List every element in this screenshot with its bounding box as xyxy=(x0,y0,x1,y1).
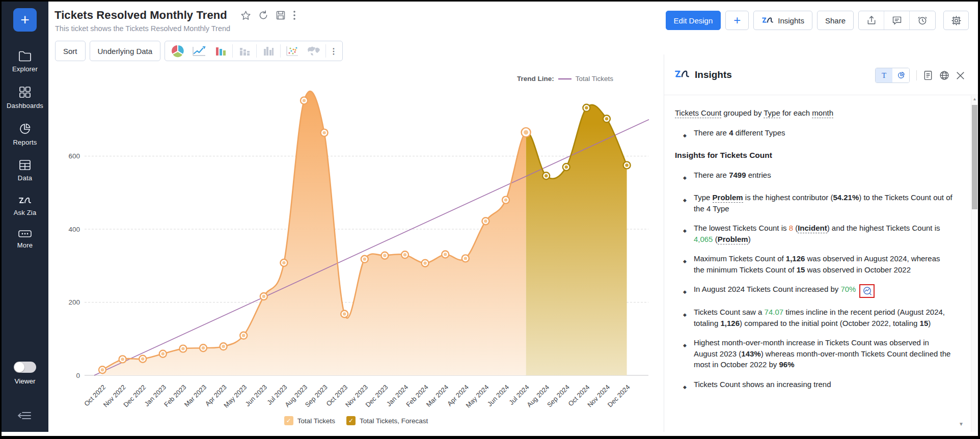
svg-text:Jun 2024: Jun 2024 xyxy=(486,383,510,408)
insight-item-bullet: ◆Tickets Count shows an increasing trend xyxy=(675,379,952,393)
underlying-data-button[interactable]: Underlying Data xyxy=(90,41,161,61)
insight-text: There are 7499 entries xyxy=(694,170,952,184)
sort-button[interactable]: Sort xyxy=(55,41,86,61)
sidebar-item-label: Explorer xyxy=(12,65,38,73)
insights-panel-title: Insights xyxy=(695,69,732,80)
chart-area: Trend Line: Total Tickets 0200400600Oct … xyxy=(48,67,664,432)
svg-text:200: 200 xyxy=(68,298,80,306)
sidebar-item-dashboards[interactable]: Dashboards xyxy=(2,86,48,109)
scroll-down-arrow-icon[interactable]: ▼ xyxy=(959,421,964,427)
collapse-sidebar-button[interactable] xyxy=(2,410,48,421)
insight-item-bullet: ◆Maximum Tickets Count of 1,126 was obse… xyxy=(675,253,952,275)
insight-item-bullet: ◆There are 4 different Types xyxy=(675,127,952,142)
insight-item-bullet: ◆Highest month-over-month increase in Ti… xyxy=(675,337,952,370)
sidebar-item-label: Reports xyxy=(13,139,37,146)
viewer-label: Viewer xyxy=(14,377,35,385)
export-icon[interactable] xyxy=(859,11,884,30)
page-title: Tickets Resolved Monthly Trend xyxy=(55,9,227,22)
sidebar-item-more[interactable]: More xyxy=(2,230,48,249)
sidebar-item-label: Ask Zia xyxy=(14,209,37,216)
kebab-menu-icon[interactable] xyxy=(293,10,296,20)
zia-icon xyxy=(18,195,32,205)
chart-view-tab[interactable] xyxy=(892,68,909,83)
insight-item-intro: Tickets Count grouped by Type for each m… xyxy=(675,107,952,119)
insight-item-heading: Insights for Tickets Count xyxy=(675,150,952,161)
insight-item-bullet: ◆There are 7499 entries xyxy=(675,170,952,184)
series-legend: ✓Total Tickets✓Total Tickets, Forecast xyxy=(48,416,664,425)
insight-text: In August 2024 Tickets Count increased b… xyxy=(694,284,952,298)
sidebar-item-label: Dashboards xyxy=(7,102,43,109)
text-view-tab[interactable]: T xyxy=(876,68,892,83)
language-globe-icon[interactable] xyxy=(939,70,949,80)
line-chart-type-icon[interactable] xyxy=(188,41,210,61)
bullet-diamond-icon: ◆ xyxy=(683,287,687,298)
svg-text:Dec 2022: Dec 2022 xyxy=(122,383,147,409)
legend-item[interactable]: ✓Total Tickets xyxy=(284,416,335,425)
trend-chart-svg[interactable]: 0200400600Oct 2022Nov 2022Dec 2022Jan 20… xyxy=(57,73,660,424)
bullet-diamond-icon: ◆ xyxy=(683,310,687,328)
bullet-diamond-icon: ◆ xyxy=(683,130,687,142)
insight-text: Tickets Count grouped by Type for each m… xyxy=(675,107,952,119)
comments-icon[interactable] xyxy=(884,11,910,30)
create-new-button[interactable]: + xyxy=(13,8,37,32)
panel-scrollbar[interactable]: ▲ xyxy=(971,96,978,432)
svg-text:Sep 2023: Sep 2023 xyxy=(304,383,329,409)
pie-chart-type-icon[interactable] xyxy=(167,41,188,61)
more-chart-types-icon[interactable]: ⋮ xyxy=(327,48,340,54)
bullet-diamond-icon: ◆ xyxy=(683,226,687,244)
share-button[interactable]: Share xyxy=(817,11,854,30)
sidebar: + Explorer Dashboards Reports Data Ask Z… xyxy=(2,2,48,432)
folder-icon xyxy=(18,50,32,62)
column-chart-type-icon[interactable] xyxy=(210,41,231,61)
sidebar-nav: Explorer Dashboards Reports Data Ask Zia… xyxy=(2,50,48,249)
report-doc-icon[interactable] xyxy=(923,70,933,80)
svg-text:Jun 2023: Jun 2023 xyxy=(243,383,268,408)
edit-design-button[interactable]: Edit Design xyxy=(666,11,721,30)
anomaly-trend-icon[interactable] xyxy=(859,284,875,298)
divider xyxy=(916,70,917,80)
insights-button-label: Insights xyxy=(778,16,804,25)
svg-text:Dec 2024: Dec 2024 xyxy=(606,383,632,409)
insights-list: Tickets Count grouped by Type for each m… xyxy=(675,107,952,393)
sidebar-item-ask-zia[interactable]: Ask Zia xyxy=(2,195,48,216)
sidebar-item-explorer[interactable]: Explorer xyxy=(2,50,48,73)
window-bottom-strip xyxy=(2,432,978,436)
scroll-up-arrow-icon[interactable]: ▲ xyxy=(971,97,978,101)
insight-text: Tickets Count saw a 74.07 times incline … xyxy=(694,307,952,328)
sidebar-item-data[interactable]: Data xyxy=(2,159,48,182)
insight-item-bullet: ◆Tickets Count saw a 74.07 times incline… xyxy=(675,307,952,328)
map-chart-type-icon[interactable] xyxy=(303,41,324,61)
legend-item[interactable]: ✓Total Tickets, Forecast xyxy=(346,416,428,425)
insights-view-toggle: T xyxy=(875,68,910,83)
more-ellipsis-icon xyxy=(18,230,32,238)
insights-button[interactable]: Insights xyxy=(753,11,812,30)
text-view-label: T xyxy=(882,71,886,80)
scatter-chart-type-icon[interactable] xyxy=(282,41,303,61)
bullet-diamond-icon: ◆ xyxy=(683,256,687,275)
stacked-bar-type-icon[interactable] xyxy=(234,41,255,61)
favorite-star-icon[interactable] xyxy=(240,10,251,21)
insight-item-bullet: ◆Type Problem is the highest contributor… xyxy=(675,192,952,214)
viewer-toggle[interactable] xyxy=(14,362,36,373)
legend-checkbox[interactable]: ✓ xyxy=(346,416,356,425)
close-icon[interactable] xyxy=(956,71,965,80)
insight-text: Type Problem is the highest contributor … xyxy=(694,192,952,214)
sidebar-item-reports[interactable]: Reports xyxy=(2,123,48,146)
alarm-schedule-icon[interactable] xyxy=(910,11,935,30)
legend-label: Total Tickets, Forecast xyxy=(360,417,428,425)
sidebar-item-label: More xyxy=(17,241,33,249)
insight-item-bullet: ◆The lowest Tickets Count is 8 (Incident… xyxy=(675,223,952,244)
refresh-icon[interactable] xyxy=(258,10,268,20)
toggle-knob xyxy=(14,362,24,372)
legend-checkbox[interactable]: ✓ xyxy=(284,416,293,425)
save-icon[interactable] xyxy=(276,10,286,20)
data-table-icon xyxy=(19,159,31,171)
scrollbar-thumb[interactable] xyxy=(972,105,977,209)
report-action-group xyxy=(858,11,936,30)
add-report-button[interactable]: + xyxy=(725,11,749,30)
grouped-bar-type-icon[interactable] xyxy=(258,41,279,61)
bullet-diamond-icon: ◆ xyxy=(683,195,687,214)
svg-text:Mar 2023: Mar 2023 xyxy=(183,383,208,408)
reports-pie-icon xyxy=(19,123,31,135)
settings-gear-icon[interactable] xyxy=(943,11,969,30)
